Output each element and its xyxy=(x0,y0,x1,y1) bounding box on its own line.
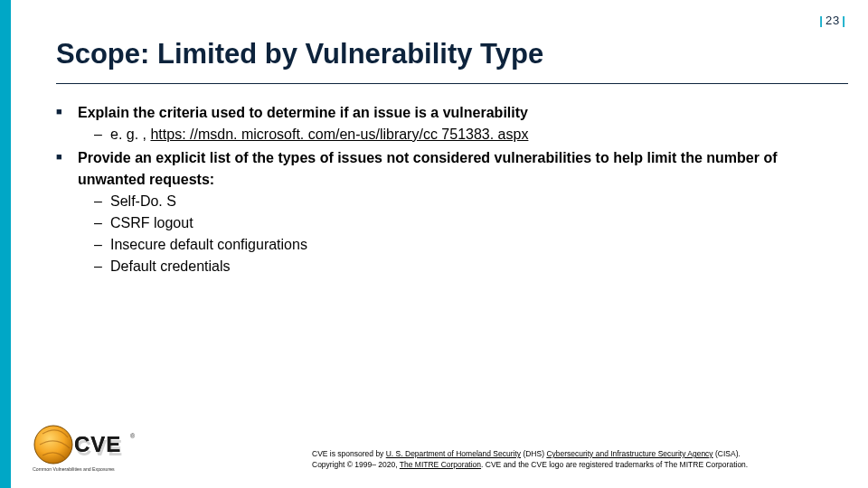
bullet-item: Provide an explicit list of the types of… xyxy=(56,147,832,277)
cve-logo: CVE CVE CVE ® Common Vulnerabilities and… xyxy=(29,423,137,474)
dhs-link[interactable]: U. S. Department of Homeland Security xyxy=(386,449,521,458)
sub-text: Self-Do. S xyxy=(110,193,176,209)
sub-item: Self-Do. S xyxy=(94,191,832,212)
mitre-link[interactable]: The MITRE Corporation xyxy=(400,460,481,469)
page-title: Scope: Limited by Vulnerability Type xyxy=(56,38,543,70)
sub-item: Insecure default configurations xyxy=(94,234,832,256)
sub-item: CSRF logout xyxy=(94,212,832,234)
footer-text: (CISA). xyxy=(713,449,741,458)
bullet-lead: Explain the criteria used to determine i… xyxy=(78,105,528,120)
footer: CVE is sponsored by U. S. Department of … xyxy=(312,449,848,470)
bullet-item: Explain the criteria used to determine i… xyxy=(56,102,832,145)
msdn-link[interactable]: https: //msdn. microsoft. com/en-us/libr… xyxy=(150,127,528,142)
footer-line-2: Copyright © 1999– 2020, The MITRE Corpor… xyxy=(312,460,848,470)
footer-line-1: CVE is sponsored by U. S. Department of … xyxy=(312,449,848,459)
title-rule xyxy=(56,83,848,84)
page-number: |23| xyxy=(817,14,848,27)
sub-list: Self-Do. S CSRF logout Insecure default … xyxy=(78,191,832,277)
sub-list: e. g. , https: //msdn. microsoft. com/en… xyxy=(78,124,832,145)
sub-text: Default credentials xyxy=(110,258,231,274)
sub-text: CSRF logout xyxy=(110,215,193,230)
footer-text: (DHS) xyxy=(521,449,546,458)
page-number-value: 23 xyxy=(826,14,840,27)
footer-text: Copyright © 1999– 2020, xyxy=(312,460,400,469)
sub-prefix: e. g. , xyxy=(110,127,150,142)
sub-item: Default credentials xyxy=(94,256,832,277)
sub-item: e. g. , https: //msdn. microsoft. com/en… xyxy=(94,124,832,145)
svg-text:®: ® xyxy=(130,433,136,439)
svg-text:CVE: CVE xyxy=(74,432,121,456)
footer-text: . CVE and the CVE logo are registered tr… xyxy=(481,460,748,469)
content-area: Explain the criteria used to determine i… xyxy=(56,102,832,279)
footer-text: CVE is sponsored by xyxy=(312,449,386,458)
accent-bar xyxy=(0,0,11,488)
logo-tagline: Common Vulnerabilities and Exposures xyxy=(33,466,115,472)
slide: |23| Scope: Limited by Vulnerability Typ… xyxy=(0,0,868,488)
bullet-lead: Provide an explicit list of the types of… xyxy=(78,150,777,187)
cisa-link[interactable]: Cybersecurity and Infrastructure Securit… xyxy=(546,449,712,458)
sub-text: Insecure default configurations xyxy=(110,237,307,252)
